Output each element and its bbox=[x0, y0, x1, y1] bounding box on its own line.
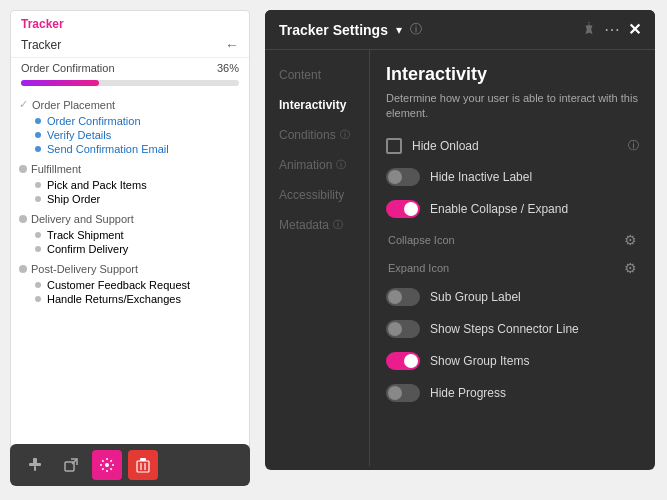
dot-icon bbox=[35, 182, 41, 188]
sub-group-label-toggle[interactable] bbox=[386, 288, 420, 306]
list-item[interactable]: Verify Details bbox=[19, 129, 241, 141]
dot-icon bbox=[35, 282, 41, 288]
bottom-toolbar bbox=[10, 444, 250, 486]
progress-bar-container bbox=[21, 80, 239, 86]
tracker-header: Tracker ← bbox=[11, 33, 249, 58]
group-order-placement: ✓ Order Placement Order Confirmation Ver… bbox=[19, 98, 241, 155]
list-item: Handle Returns/Exchanges bbox=[19, 293, 241, 305]
list-item[interactable]: Order Confirmation bbox=[19, 115, 241, 127]
svg-rect-9 bbox=[140, 458, 146, 461]
group-fulfillment: Fulfillment Pick and Pack Items Ship Ord… bbox=[19, 163, 241, 205]
settings-button[interactable] bbox=[92, 450, 122, 480]
nav-item-animation[interactable]: Animation ⓘ bbox=[265, 150, 369, 180]
panel-title: Tracker Settings bbox=[279, 22, 388, 38]
expand-icon-gear[interactable]: ⚙ bbox=[624, 260, 637, 276]
enable-collapse-toggle[interactable] bbox=[386, 200, 420, 218]
group-label: Order Placement bbox=[32, 99, 115, 111]
nav-item-interactivity[interactable]: Interactivity bbox=[265, 90, 369, 120]
setting-show-group-items: Show Group Items bbox=[386, 352, 639, 370]
group-post-delivery: Post-Delivery Support Customer Feedback … bbox=[19, 263, 241, 305]
list-item: Customer Feedback Request bbox=[19, 279, 241, 291]
panel-body: Content Interactivity Conditions ⓘ Anima… bbox=[265, 50, 655, 466]
tracker-arrow-icon: ← bbox=[225, 37, 239, 53]
sub-label: Track Shipment bbox=[47, 229, 124, 241]
setting-enable-collapse: Enable Collapse / Expand bbox=[386, 200, 639, 218]
group-dot-icon bbox=[19, 215, 27, 223]
send-confirmation-link[interactable]: Send Confirmation Email bbox=[47, 143, 169, 155]
chevron-down-icon[interactable]: ▾ bbox=[396, 23, 402, 37]
group-dot-icon bbox=[19, 165, 27, 173]
close-panel-button[interactable]: ✕ bbox=[628, 20, 641, 39]
group-delivery: Delivery and Support Track Shipment Conf… bbox=[19, 213, 241, 255]
collapse-icon-label: Collapse Icon bbox=[388, 234, 455, 246]
sub-label: Handle Returns/Exchanges bbox=[47, 293, 181, 305]
setting-hide-inactive-label: Hide Inactive Label bbox=[386, 168, 639, 186]
setting-hide-progress: Hide Progress bbox=[386, 384, 639, 402]
pin-button[interactable] bbox=[20, 450, 50, 480]
group-dot-icon bbox=[19, 265, 27, 273]
panel-header-left: Tracker Settings ▾ ⓘ bbox=[279, 21, 422, 38]
tracker-content: ✓ Order Placement Order Confirmation Ver… bbox=[11, 94, 249, 317]
panel-nav: Content Interactivity Conditions ⓘ Anima… bbox=[265, 50, 370, 466]
content-description: Determine how your user is able to inter… bbox=[386, 91, 639, 122]
hide-onload-checkbox[interactable] bbox=[386, 138, 402, 154]
pin-panel-button[interactable] bbox=[582, 21, 596, 38]
svg-point-5 bbox=[105, 463, 109, 467]
panel-header: Tracker Settings ▾ ⓘ ⋯ ✕ bbox=[265, 10, 655, 50]
progress-label: Order Confirmation bbox=[21, 62, 115, 74]
group-label: Delivery and Support bbox=[31, 213, 134, 225]
external-link-button[interactable] bbox=[56, 450, 86, 480]
group-title-delivery: Delivery and Support bbox=[19, 213, 241, 225]
setting-collapse-icon: Collapse Icon ⚙ bbox=[386, 232, 639, 248]
delete-button[interactable] bbox=[128, 450, 158, 480]
setting-show-steps-connector: Show Steps Connector Line bbox=[386, 320, 639, 338]
info-icon: ⓘ bbox=[410, 21, 422, 38]
sub-group-label-text: Sub Group Label bbox=[430, 290, 639, 304]
left-panel: Tracker Tracker ← Order Confirmation 36%… bbox=[10, 10, 250, 470]
hide-onload-label: Hide Onload bbox=[412, 139, 618, 153]
dot-icon bbox=[35, 246, 41, 252]
collapse-icon-gear[interactable]: ⚙ bbox=[624, 232, 637, 248]
order-confirmation-link[interactable]: Order Confirmation bbox=[47, 115, 141, 127]
setting-hide-onload: Hide Onload ⓘ bbox=[386, 138, 639, 154]
nav-item-conditions[interactable]: Conditions ⓘ bbox=[265, 120, 369, 150]
dot-icon bbox=[35, 296, 41, 302]
list-item[interactable]: Send Confirmation Email bbox=[19, 143, 241, 155]
dot-icon bbox=[35, 146, 41, 152]
show-group-items-label: Show Group Items bbox=[430, 354, 639, 368]
svg-rect-2 bbox=[29, 463, 41, 466]
enable-collapse-label: Enable Collapse / Expand bbox=[430, 202, 639, 216]
svg-rect-6 bbox=[137, 461, 149, 472]
progress-bar-fill bbox=[21, 80, 99, 86]
progress-row: Order Confirmation 36% bbox=[11, 58, 249, 80]
setting-expand-icon: Expand Icon ⚙ bbox=[386, 260, 639, 276]
show-group-items-toggle[interactable] bbox=[386, 352, 420, 370]
sub-label: Customer Feedback Request bbox=[47, 279, 190, 291]
setting-sub-group-label: Sub Group Label bbox=[386, 288, 639, 306]
nav-item-accessibility[interactable]: Accessibility bbox=[265, 180, 369, 210]
hide-inactive-label-toggle[interactable] bbox=[386, 168, 420, 186]
check-icon: ✓ bbox=[19, 98, 28, 111]
show-steps-connector-toggle[interactable] bbox=[386, 320, 420, 338]
dot-icon bbox=[35, 196, 41, 202]
expand-icon-label: Expand Icon bbox=[388, 262, 449, 274]
verify-details-link[interactable]: Verify Details bbox=[47, 129, 111, 141]
nav-item-content[interactable]: Content bbox=[265, 60, 369, 90]
group-title-order-placement: ✓ Order Placement bbox=[19, 98, 241, 111]
tracker-label: Tracker bbox=[11, 11, 249, 33]
content-section-title: Interactivity bbox=[386, 64, 639, 85]
show-steps-connector-label: Show Steps Connector Line bbox=[430, 322, 639, 336]
right-panel: Tracker Settings ▾ ⓘ ⋯ ✕ Content Interac… bbox=[265, 10, 655, 470]
tracker-header-title: Tracker bbox=[21, 38, 61, 52]
svg-rect-1 bbox=[34, 466, 36, 471]
sub-label: Ship Order bbox=[47, 193, 100, 205]
more-options-button[interactable]: ⋯ bbox=[604, 20, 620, 39]
progress-pct: 36% bbox=[217, 62, 239, 74]
group-title-fulfillment: Fulfillment bbox=[19, 163, 241, 175]
dot-icon bbox=[35, 132, 41, 138]
hide-progress-toggle[interactable] bbox=[386, 384, 420, 402]
nav-item-metadata[interactable]: Metadata ⓘ bbox=[265, 210, 369, 240]
group-label: Post-Delivery Support bbox=[31, 263, 138, 275]
list-item: Track Shipment bbox=[19, 229, 241, 241]
dot-icon bbox=[35, 232, 41, 238]
